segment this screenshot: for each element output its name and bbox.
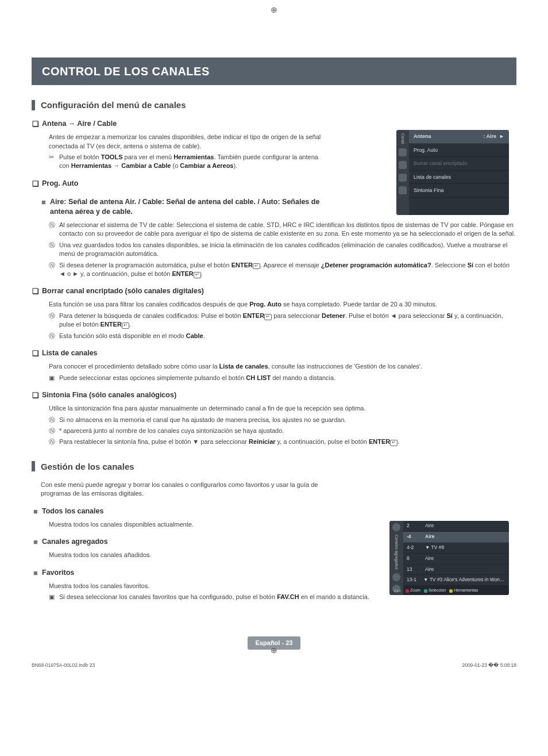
sint-intro: Utilice la sintonización fina para ajust… <box>49 404 516 413</box>
ch-row[interactable]: 13-1▼ TV #3 Alice's Adventures in Wonder… <box>403 575 509 586</box>
heading-bar-icon <box>32 461 35 471</box>
ch-row[interactable]: 2Aire <box>403 521 509 532</box>
tv-side-icon <box>399 148 407 156</box>
tv-menu-screenshot: Canal Antena : Aire ► Prog. Auto Borrar … <box>396 130 509 215</box>
doc-footer: BN68-01975A-00L02.indb 23 2009-01-23 �� … <box>32 662 516 669</box>
section-heading-text: Configuración del menú de canales <box>41 99 186 111</box>
heading-bar-icon <box>32 100 35 110</box>
enter-icon <box>390 440 398 446</box>
prog-auto-signals: ■ Aire: Señal de antena Air. / Cable: Se… <box>40 197 323 217</box>
tv-side-icon <box>399 174 407 182</box>
subhead-sintonia: ❏ Sintonia Fina (sólo canales analógicos… <box>32 390 516 401</box>
tv-menu-sidebar: Canal <box>396 130 409 215</box>
note-icon: Ⓝ <box>49 332 59 340</box>
prog-auto-note1: Ⓝ Al seleccionar el sistema de TV de cab… <box>49 221 516 239</box>
borrar-note1: Ⓝ Para detener la búsqueda de canales co… <box>49 312 516 329</box>
tv-menu-item-lista[interactable]: Lista de canales <box>409 171 509 185</box>
yellow-dot-icon <box>449 589 453 593</box>
tv-menu-rows: Antena : Aire ► Prog. Auto Borrar canal … <box>409 130 509 215</box>
note-icon: Ⓝ <box>49 416 59 424</box>
ch-side-icon <box>392 573 400 581</box>
tv-menu-item-prog-auto[interactable]: Prog. Auto <box>409 144 509 158</box>
square-icon: ■ <box>32 506 40 517</box>
borrar-note2: Ⓝ Esta función sólo está disponible en e… <box>49 332 516 340</box>
square-icon: ■ <box>32 568 40 578</box>
sint-note1: Ⓝ Si no almacena en la memoria el canal … <box>49 416 516 424</box>
note-icon: Ⓝ <box>49 312 59 320</box>
checkbox-icon: ❏ <box>32 179 40 189</box>
square-icon: ■ <box>32 537 40 547</box>
ch-list-rows: 2Aire -4Aire 4-2▼ TV #8 8Aire 13Aire 13-… <box>403 521 509 595</box>
ch-row[interactable]: 13Aire <box>403 565 509 575</box>
tv-menu-item-borrar[interactable]: Borrar canal encriptado <box>409 157 509 171</box>
checkbox-icon: ❏ <box>32 286 40 297</box>
subhead-antena: ❏ Antena → Aire / Cable <box>32 119 516 129</box>
sint-note2: Ⓝ * aparecerá junto al nombre de los can… <box>49 427 516 435</box>
prog-auto-note3: Ⓝ Si desea detener la programación autom… <box>49 261 516 279</box>
doc-foot-left: BN68-01975A-00L02.indb 23 <box>32 662 95 669</box>
ch-row[interactable]: -4Aire <box>403 532 509 543</box>
remote-icon: ▣ <box>49 374 59 382</box>
section-config-heading: Configuración del menú de canales <box>32 99 516 111</box>
page-title-bar: CONTROL DE LOS CANALES <box>32 57 516 85</box>
note-icon: Ⓝ <box>49 221 59 229</box>
ch-list-footer: Zoom Selección Herramientas <box>403 586 509 595</box>
checkbox-icon: ❏ <box>32 390 40 401</box>
checkbox-icon: ❏ <box>32 348 40 359</box>
ch-side-icon <box>392 523 400 531</box>
section-heading-text: Gestión de los canales <box>41 460 134 473</box>
tv-menu-side-label: Canal <box>400 133 406 144</box>
ch-list-air-label: Aire <box>392 588 403 594</box>
square-icon: ■ <box>40 197 48 208</box>
section-gestion-heading: Gestión de los canales <box>32 460 516 473</box>
subhead-borrar: ❏ Borrar canal encriptado (sólo canales … <box>32 286 516 297</box>
green-dot-icon <box>424 589 427 593</box>
lista-intro: Para conocer el procedimiento detallado … <box>49 362 516 371</box>
tv-side-icon <box>399 186 407 194</box>
tv-menu-item-antena[interactable]: Antena : Aire ► <box>409 130 509 144</box>
sint-note3: Ⓝ Para restablecer la sintonía fina, pul… <box>49 438 516 446</box>
note-icon: Ⓝ <box>49 261 59 270</box>
channel-list-screenshot: Canales agregados 2Aire -4Aire 4-2▼ TV #… <box>389 521 509 595</box>
enter-icon <box>194 272 201 278</box>
enter-icon <box>253 263 260 270</box>
tv-side-icon <box>399 161 407 169</box>
subhead-todos: ■ Todos los canales <box>32 506 516 517</box>
prog-auto-note2: Ⓝ Una vez guardados todos los canales di… <box>49 241 516 259</box>
remote-icon: ▣ <box>49 593 59 601</box>
checkbox-icon: ❏ <box>32 119 40 129</box>
print-mark-bottom: ⊕ <box>271 645 277 657</box>
gestion-intro: Con este menú puede agregar y borrar los… <box>41 481 323 498</box>
ch-row[interactable]: 8Aire <box>403 554 509 565</box>
doc-foot-right: 2009-01-23 �� 5:08:18 <box>462 662 516 669</box>
note-icon: Ⓝ <box>49 241 59 250</box>
note-icon: Ⓝ <box>49 427 59 435</box>
ch-row[interactable]: 4-2▼ TV #8 <box>403 543 509 554</box>
antena-intro-text: Antes de empezar a memorizar los canales… <box>49 133 323 151</box>
enter-icon <box>122 323 129 329</box>
lista-remote-note: ▣ Puede seleccionar estas opciones simpl… <box>49 374 516 382</box>
red-dot-icon <box>406 589 409 593</box>
ch-list-side-label: Canales agregados <box>393 535 399 570</box>
tools-icon: ✂ <box>49 153 59 162</box>
antena-tools-note: ✂ Pulse el botón TOOLS para ver el menú … <box>49 153 323 171</box>
tv-menu-item-sintonia[interactable]: Sintonia Fina <box>409 184 509 198</box>
ch-list-sidebar: Canales agregados <box>389 521 403 595</box>
note-icon: Ⓝ <box>49 438 59 446</box>
borrar-intro: Esta función se usa para filtrar los can… <box>49 300 516 309</box>
subhead-lista: ❏ Lista de canales <box>32 348 516 359</box>
print-mark-top: ⊕ <box>271 5 277 16</box>
enter-icon <box>264 314 272 320</box>
